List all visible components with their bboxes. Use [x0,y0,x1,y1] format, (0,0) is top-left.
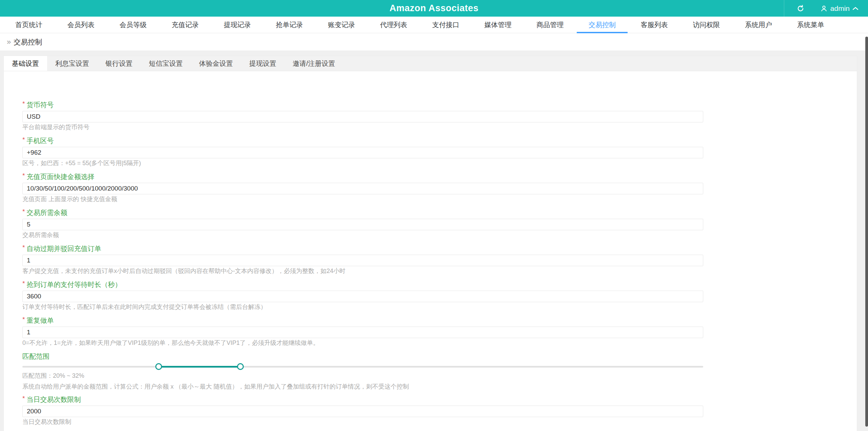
daily-trade-limit-input[interactable] [22,406,703,417]
tab-sms-settings[interactable]: 短信宝设置 [141,56,191,71]
tab-trial-fund-settings[interactable]: 体验金设置 [191,56,241,71]
field-group-auto-expire-orders: *自动过期并驳回充值订单 客户提交充值，未支付的充值订单x小时后自动过期驳回（驳… [22,245,857,274]
required-asterisk: * [22,172,25,179]
slider-handle-min[interactable] [155,363,162,370]
app-title: Amazon Associates [0,0,868,17]
tab-invite-register-settings[interactable]: 邀请/注册设置 [284,56,343,71]
required-asterisk: * [22,244,25,251]
required-asterisk: * [22,100,25,107]
slider-help-range: 匹配范围：20% ~ 32% [22,373,857,379]
menu-item-media-admin[interactable]: 媒体管理 [484,17,511,33]
field-group-required-balance: *交易所需余额 交易所需余额 [22,209,857,238]
refresh-icon[interactable] [790,0,811,17]
payment-wait-seconds-input[interactable] [22,291,703,302]
field-label: *手机区号 [22,137,857,145]
field-help: 平台前端显示的货币符号 [22,124,857,131]
double-chevron-right-icon: » [7,38,11,46]
settings-form: *货币符号 平台前端显示的货币符号 *手机区号 区号，如巴西：+55 = 55(… [4,71,857,431]
menu-item-system-users[interactable]: 系统用户 [745,17,772,33]
menu-item-product-admin[interactable]: 商品管理 [536,17,564,33]
main-nav: 首页统计 会员列表 会员等级 充值记录 提现记录 抢单记录 账变记录 代理列表 … [0,17,868,33]
menu-item-access-rights[interactable]: 访问权限 [693,17,720,33]
tab-bank-settings[interactable]: 银行设置 [97,56,141,71]
top-bar: Amazon Associates admin [0,0,868,17]
settings-card: 基础设置 利息宝设置 银行设置 短信宝设置 体验金设置 提现设置 邀请/注册设置… [3,56,857,431]
field-help: 0=不允许，1=允许，如果昨天用户做了VIP1级别的单，那么他今天就做不了VIP… [22,340,857,346]
menu-item-grab-order-log[interactable]: 抢单记录 [276,17,303,33]
currency-symbol-input[interactable] [22,111,703,122]
required-asterisk: * [22,395,25,402]
field-help: 交易所需余额 [22,232,857,238]
menu-item-payment-api[interactable]: 支付接口 [432,17,459,33]
quick-amounts-input[interactable] [22,183,703,194]
field-group-match-range: 匹配范围 匹配范围：20% ~ 32% 系统自动给用户派单的金额范围，计算公式：… [22,353,857,390]
user-name: admin [830,4,850,13]
scrollbar-thumb[interactable] [865,37,868,427]
field-help: 当日交易次数限制 [22,419,857,425]
breadcrumb: » 交易控制 [0,33,868,51]
field-label: 匹配范围 [22,353,857,360]
menu-item-recharge-log[interactable]: 充值记录 [172,17,199,33]
required-balance-input[interactable] [22,219,703,230]
menu-item-withdraw-log[interactable]: 提现记录 [224,17,251,33]
field-label: *当日交易次数限制 [22,396,857,404]
field-group-payment-wait-seconds: *抢到订单的支付等待时长（秒） 订单支付等待时长，匹配订单后未在此时间内完成支付… [22,281,857,310]
breadcrumb-label: 交易控制 [14,37,42,47]
repeat-orders-input[interactable] [22,327,703,338]
topbar-divider [784,0,784,17]
menu-item-member-list[interactable]: 会员列表 [67,17,95,33]
field-label: *货币符号 [22,101,857,109]
field-group-quick-amounts: *充值页面快捷金额选择 充值页面 上面显示的 快捷充值金额 [22,173,857,202]
required-asterisk: * [22,280,25,287]
required-asterisk: * [22,208,25,215]
user-icon [820,5,828,12]
slider-range-fill [159,366,240,368]
phone-area-code-input[interactable] [22,147,703,158]
slider-track[interactable] [22,366,703,368]
field-label: *充值页面快捷金额选择 [22,173,857,181]
field-group-phone-area-code: *手机区号 区号，如巴西：+55 = 55(多个区号用|5隔开) [22,137,857,166]
field-group-currency-symbol: *货币符号 平台前端显示的货币符号 [22,101,857,131]
field-label: *交易所需余额 [22,209,857,217]
slider-handle-max[interactable] [237,363,244,370]
required-asterisk: * [22,316,25,323]
menu-item-agent-list[interactable]: 代理列表 [380,17,407,33]
field-help: 订单支付等待时长，匹配订单后未在此时间内完成支付提交订单将会被冻结（需后台解冻） [22,304,857,310]
chevron-up-icon [852,6,859,11]
field-label: *自动过期并驳回充值订单 [22,245,857,253]
field-label: *重复做单 [22,317,857,325]
field-label: *抢到订单的支付等待时长（秒） [22,281,857,289]
tabs-bar: 基础设置 利息宝设置 银行设置 短信宝设置 体验金设置 提现设置 邀请/注册设置 [4,56,857,71]
menu-item-trade-control[interactable]: 交易控制 [589,17,616,33]
slider-help-formula: 系统自动给用户派单的金额范围，计算公式：用户余额 x （最小～最大 随机值），如… [22,384,857,390]
field-help: 区号，如巴西：+55 = 55(多个区号用|5隔开) [22,160,857,166]
menu-item-balance-log[interactable]: 账变记录 [328,17,355,33]
tab-interest-settings[interactable]: 利息宝设置 [47,56,97,71]
match-range-slider [22,362,703,371]
required-asterisk: * [22,136,25,143]
menu-item-service-list[interactable]: 客服列表 [641,17,668,33]
menu-item-home-stats[interactable]: 首页统计 [15,17,42,33]
field-help: 充值页面 上面显示的 快捷充值金额 [22,196,857,202]
menu-item-system-menu[interactable]: 系统菜单 [797,17,824,33]
menu-item-member-level[interactable]: 会员等级 [119,17,146,33]
field-group-repeat-orders: *重复做单 0=不允许，1=允许，如果昨天用户做了VIP1级别的单，那么他今天就… [22,317,857,346]
tab-withdraw-settings[interactable]: 提现设置 [241,56,284,71]
user-menu[interactable]: admin [811,0,868,17]
page-body: 基础设置 利息宝设置 银行设置 短信宝设置 体验金设置 提现设置 邀请/注册设置… [0,51,868,431]
auto-expire-orders-input[interactable] [22,255,703,266]
tab-basic-settings[interactable]: 基础设置 [4,56,47,71]
field-group-daily-trade-limit: *当日交易次数限制 当日交易次数限制 [22,396,857,425]
field-help: 客户提交充值，未支付的充值订单x小时后自动过期驳回（驳回内容在帮助中心-文本内容… [22,268,857,274]
